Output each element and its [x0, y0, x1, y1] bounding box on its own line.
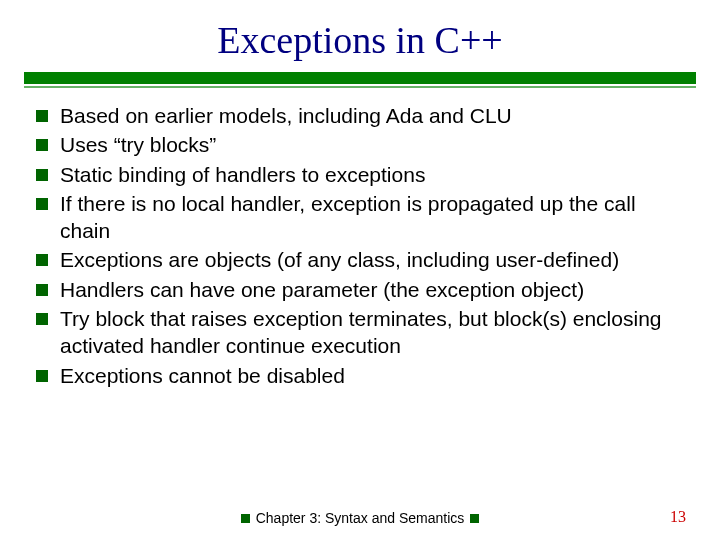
list-item-text: Exceptions cannot be disabled — [60, 362, 345, 389]
list-item: Exceptions cannot be disabled — [36, 362, 684, 389]
list-item-text: Handlers can have one parameter (the exc… — [60, 276, 584, 303]
list-item-text: Uses “try blocks” — [60, 131, 216, 158]
square-bullet-icon — [36, 139, 48, 151]
list-item-text: Exceptions are objects (of any class, in… — [60, 246, 619, 273]
square-bullet-icon — [36, 198, 48, 210]
list-item: Handlers can have one parameter (the exc… — [36, 276, 684, 303]
footer-text: Chapter 3: Syntax and Semantics — [256, 510, 465, 526]
square-bullet-icon — [36, 254, 48, 266]
list-item-text: If there is no local handler, exception … — [60, 190, 684, 245]
list-item: Exceptions are objects (of any class, in… — [36, 246, 684, 273]
footer: Chapter 3: Syntax and Semantics — [0, 510, 720, 526]
list-item-text: Try block that raises exception terminat… — [60, 305, 684, 360]
list-item: Try block that raises exception terminat… — [36, 305, 684, 360]
square-bullet-icon — [241, 514, 250, 523]
list-item: Uses “try blocks” — [36, 131, 684, 158]
square-bullet-icon — [36, 169, 48, 181]
bullet-list: Based on earlier models, including Ada a… — [0, 88, 720, 389]
page-number: 13 — [670, 508, 686, 526]
list-item-text: Based on earlier models, including Ada a… — [60, 102, 512, 129]
square-bullet-icon — [36, 370, 48, 382]
square-bullet-icon — [36, 110, 48, 122]
list-item: Static binding of handlers to exceptions — [36, 161, 684, 188]
square-bullet-icon — [36, 313, 48, 325]
list-item-text: Static binding of handlers to exceptions — [60, 161, 425, 188]
square-bullet-icon — [470, 514, 479, 523]
list-item: If there is no local handler, exception … — [36, 190, 684, 245]
list-item: Based on earlier models, including Ada a… — [36, 102, 684, 129]
square-bullet-icon — [36, 284, 48, 296]
title-rule — [0, 72, 720, 88]
slide-title: Exceptions in C++ — [0, 0, 720, 72]
